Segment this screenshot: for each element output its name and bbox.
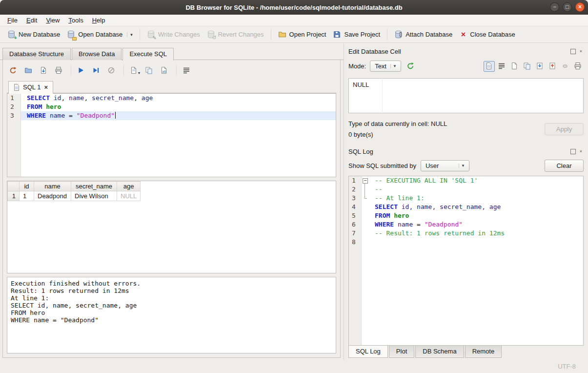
clear-log-button[interactable]: Clear <box>545 160 584 172</box>
cell-name[interactable]: Deadpond <box>34 191 71 201</box>
column-header-name[interactable]: name <box>34 182 71 191</box>
cell-secret-name[interactable]: Dive Wilson <box>71 191 117 201</box>
edit-cell-toolbar: Mode: Text ▼ <box>348 61 584 72</box>
open-database-button[interactable]: Open Database ▾ <box>63 28 136 41</box>
close-panel-icon[interactable]: × <box>578 149 584 154</box>
play-to-line-icon <box>92 66 101 75</box>
mode-combobox[interactable]: Text ▼ <box>370 61 401 72</box>
tab-sql-log[interactable]: SQL Log <box>348 345 388 358</box>
new-content-button[interactable] <box>509 61 520 72</box>
tab-plot[interactable]: Plot <box>389 346 414 358</box>
tab-remote[interactable]: Remote <box>465 346 502 358</box>
save-results-button[interactable]: ▾ <box>127 64 140 76</box>
code-line: 7-- Result: 1 rows returned in 12ms <box>349 229 583 238</box>
cell-editor[interactable]: NULL <box>348 78 584 113</box>
tab-database-structure[interactable]: Database Structure <box>2 48 71 60</box>
titlebar[interactable]: DB Browser for SQLite - /home/user/code/… <box>0 0 588 15</box>
close-database-button[interactable]: × Close Database <box>456 29 519 41</box>
close-database-label: Close Database <box>470 31 515 38</box>
menu-help[interactable]: Help <box>88 15 110 25</box>
row-number-cell[interactable]: 1 <box>8 191 20 201</box>
justify-lines-icon <box>182 66 191 75</box>
toolbar-separator <box>71 65 71 76</box>
save-project-button[interactable]: Save Project <box>329 28 384 41</box>
sql-1-tab[interactable]: SQL 1 × <box>8 81 53 94</box>
export-content-button[interactable] <box>547 61 558 72</box>
bottom-tabbar: SQL Log Plot DB Schema Remote <box>348 346 584 358</box>
minimize-button[interactable]: − <box>550 2 559 12</box>
column-header-age[interactable]: age <box>117 182 141 191</box>
sql-editor[interactable]: 1SELECT id, name, secret_name, age2FROM … <box>7 93 336 177</box>
close-tab-icon[interactable]: × <box>44 83 48 91</box>
new-database-button[interactable]: + New Database <box>4 28 63 41</box>
code-line: 1-- EXECUTING ALL IN 'SQL 1' <box>349 176 583 185</box>
menu-file[interactable]: File <box>3 15 22 25</box>
svg-text:ab: ab <box>162 69 166 73</box>
null-icon <box>561 62 569 70</box>
edit-cell-header: Edit Database Cell × <box>348 48 584 55</box>
code-line: 2FROM hero <box>7 103 336 111</box>
format-sql-icon: ab <box>160 66 168 75</box>
justify-lines-icon <box>498 62 506 70</box>
cell-age-null[interactable]: NULL <box>117 191 141 201</box>
apply-button[interactable]: Apply <box>545 123 584 135</box>
format-sql-button[interactable]: ab <box>158 64 170 76</box>
save-sql-file-button[interactable] <box>37 64 50 76</box>
right-panel: Edit Database Cell × Mode: Text ▼ <box>344 43 588 360</box>
text-view-button[interactable] <box>484 61 495 72</box>
main-toolbar: + New Database Open Database ▾ ✎ Write C… <box>0 26 588 43</box>
auto-switch-mode-button[interactable] <box>405 61 416 72</box>
play-icon <box>77 66 85 75</box>
revert-changes-label: Revert Changes <box>218 31 264 38</box>
print-sql-button[interactable] <box>52 64 65 76</box>
tab-execute-sql[interactable]: Execute SQL <box>122 48 174 61</box>
import-icon <box>536 62 544 70</box>
write-changes-button[interactable]: ✎ Write Changes <box>143 28 203 41</box>
menu-edit[interactable]: Edit <box>22 15 41 25</box>
encoding-indicator[interactable]: UTF-8 <box>558 363 576 370</box>
print-content-button[interactable] <box>572 61 584 72</box>
revert-changes-icon: ↺ <box>207 30 215 39</box>
execute-line-button[interactable] <box>90 64 102 76</box>
open-database-dropdown-arrow[interactable]: ▾ <box>127 32 133 37</box>
sql-toolbar: ▾ ab <box>7 64 336 77</box>
float-panel-icon[interactable] <box>570 149 576 154</box>
row-number-header[interactable] <box>8 182 20 191</box>
word-wrap-button[interactable] <box>180 64 193 76</box>
new-sql-tab-button[interactable] <box>7 64 20 76</box>
set-null-button[interactable] <box>560 61 571 72</box>
execute-all-button[interactable] <box>75 64 87 76</box>
menu-tools[interactable]: Tools <box>64 15 87 25</box>
save-project-label: Save Project <box>344 31 380 38</box>
close-panel-icon[interactable]: × <box>578 49 584 54</box>
import-content-button[interactable] <box>534 61 546 72</box>
cell-content: NULL <box>353 81 369 88</box>
write-changes-label: Write Changes <box>158 31 200 38</box>
copy-content-button[interactable] <box>522 61 533 72</box>
revert-changes-button[interactable]: ↺ Revert Changes <box>203 28 267 41</box>
menubar: File Edit View Tools Help <box>0 15 588 26</box>
close-button[interactable]: × <box>575 2 585 12</box>
code-line: 6WHERE name = "Deadpond" <box>349 220 583 229</box>
cell-id[interactable]: 1 <box>20 191 34 201</box>
binary-view-button[interactable] <box>496 61 507 72</box>
open-sql-file-button[interactable] <box>22 64 35 76</box>
attach-database-icon <box>394 30 403 39</box>
open-project-button[interactable]: Open Project <box>275 28 330 41</box>
tab-browse-data[interactable]: Browse Data <box>72 48 122 60</box>
tab-db-schema[interactable]: DB Schema <box>415 346 464 358</box>
results-grid: id name secret_name age 1 1 Deadpond <box>7 181 336 273</box>
float-panel-icon[interactable] <box>570 49 576 54</box>
execution-message: Execution finished without errors. Resul… <box>7 277 336 353</box>
stop-execution-button[interactable] <box>105 64 118 76</box>
maximize-button[interactable]: □ <box>563 2 572 12</box>
attach-database-button[interactable]: Attach Database <box>391 28 456 41</box>
column-header-secret-name[interactable]: secret_name <box>71 182 117 191</box>
column-header-id[interactable]: id <box>20 182 34 191</box>
submitted-by-combobox[interactable]: User ▼ <box>421 160 469 171</box>
menu-view[interactable]: View <box>41 15 64 25</box>
sql-log-header: SQL Log × <box>348 148 584 155</box>
copy-results-button[interactable] <box>142 64 155 76</box>
new-database-icon: + <box>7 30 16 39</box>
save-file-icon <box>40 66 48 75</box>
